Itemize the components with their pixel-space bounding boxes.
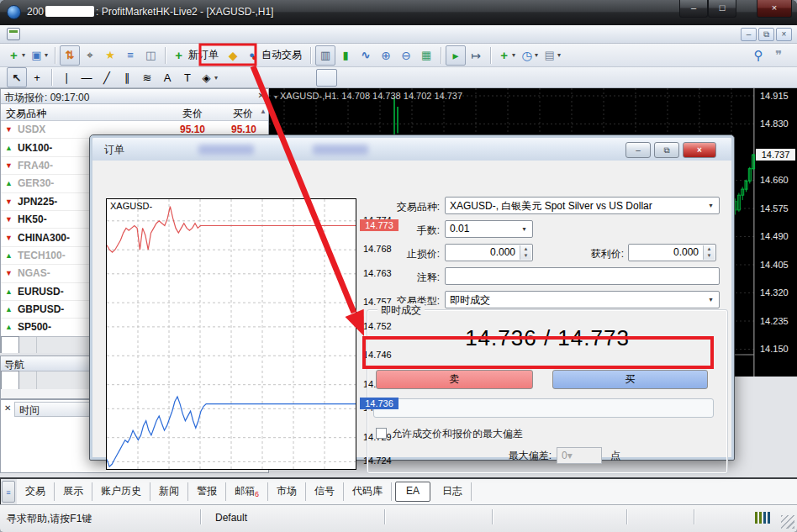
panel-tab[interactable] [19,371,37,389]
terminal-tab[interactable]: 警报 [188,482,226,500]
profiles-button[interactable]: ▣▾ [28,45,50,66]
column-bid[interactable]: 卖价 [182,107,203,121]
new-order-button[interactable]: +新订单 [170,45,223,66]
resize-grip[interactable] [781,515,794,529]
toolbar-separator [310,47,311,64]
candle-chart-button[interactable]: ▮ [335,45,356,66]
market-watch-button[interactable]: ≡ [120,45,140,66]
timeframe-button[interactable] [232,69,253,87]
stoploss-input[interactable]: 0.000▲▼ [445,244,533,261]
minimize-button[interactable]: – [679,0,708,18]
zoom-in-button[interactable]: ⊕ [376,45,396,66]
terminal-tab[interactable]: 代码库 [344,482,392,500]
mdi-minimize-button[interactable]: – [741,28,757,41]
mdi-restore-button[interactable]: ⧉ [758,28,774,41]
max-deviation-select[interactable]: 0▾ [557,447,602,464]
mdi-close-button[interactable]: × [776,28,792,41]
panel-close-icon[interactable]: ✕ [4,403,11,413]
deviation-checkbox[interactable] [376,428,387,439]
trendline-button[interactable]: ╱ [97,67,117,87]
tick-chart-symbol: XAGUSD- [110,201,152,211]
docked-panel-icon[interactable]: ≡ [2,481,15,503]
terminal-tab[interactable]: 账户历史 [92,482,150,500]
crosshair-button[interactable]: ⌖ [80,45,100,66]
auto-scroll-button[interactable]: ▸ [446,45,466,66]
market-watch-close-icon[interactable]: ✕ [258,91,265,101]
dialog-restore-button[interactable]: ⧉ [654,142,679,158]
zoom-out-button[interactable]: ⊖ [396,45,416,66]
auto-trading-button[interactable]: ●自动交易 [243,45,306,66]
panel-tab[interactable] [1,371,19,389]
menu-item[interactable] [109,32,126,37]
expert-advisors-button[interactable]: ◆ [223,45,243,66]
dialog-close-button[interactable]: × [683,142,716,158]
close-button[interactable]: × [757,0,792,18]
timeframe-button[interactable] [400,69,421,87]
crosshair-tool-button[interactable]: + [27,67,47,87]
line-chart-button[interactable]: ∿ [356,45,376,66]
volume-select[interactable]: 0.01▾ [445,220,533,238]
order-dialog: 订单 – ⧉ × XAGUSD- 14.77414.76814.76314.75… [89,134,735,461]
comment-input[interactable] [445,267,720,285]
terminal-tab[interactable]: 新闻 [150,482,188,500]
new-chart-button[interactable]: +▾ [5,45,28,66]
timeframe-button[interactable] [274,69,295,87]
scroll-up-icon[interactable]: ▲ [260,108,267,115]
search-button[interactable]: ⚲ [748,45,768,66]
terminal-tab[interactable]: 市场 [268,482,306,500]
chat-button[interactable]: ❞ [768,45,789,66]
cursor-button[interactable]: ↖ [7,67,27,87]
sell-button[interactable]: 卖 [376,370,533,389]
order-type-select[interactable]: 即时成交▾ [445,291,720,308]
shapes-button[interactable]: ◈▾ [198,67,220,87]
fibonacci-button[interactable]: ≋ [137,67,157,87]
buy-button[interactable]: 买 [552,370,708,389]
column-symbol[interactable]: 交易品种 [6,107,46,121]
periods-button[interactable]: ◷▾ [518,45,541,66]
menu-item[interactable] [59,32,76,37]
menu-item[interactable] [42,32,59,37]
panel-tab[interactable] [1,336,19,353]
text-label-button[interactable]: T [177,67,198,87]
terminal-tab[interactable]: 邮箱6 [226,482,268,500]
timeframe-buttons [232,69,421,87]
panel-tab[interactable] [19,337,37,353]
order-dialog-titlebar[interactable]: 订单 – ⧉ × [92,138,731,161]
menu-item[interactable] [126,32,143,37]
terminal-tab[interactable]: 展示 [55,482,92,500]
tile-windows-button[interactable]: ▦ [416,45,436,66]
takeprofit-input[interactable]: 0.000▲▼ [628,244,716,261]
timeframe-button[interactable] [358,69,379,87]
column-ask[interactable]: 买价 [233,107,253,121]
redacted-value [198,145,254,155]
vline-button[interactable]: ∣ [56,67,77,87]
favorites-button[interactable]: ★ [100,45,120,66]
menu-item[interactable] [25,32,42,37]
dialog-minimize-button[interactable]: – [625,142,651,158]
terminal-tab[interactable]: 信号 [306,482,344,500]
channel-button[interactable]: ∥ [117,67,137,87]
terminal-tab[interactable]: EA [395,482,430,502]
spinner-icons[interactable]: ▲▼ [703,245,715,260]
menu-item[interactable] [76,32,92,37]
chart-shift-button[interactable]: ↦ [466,45,486,66]
tick-chart-button[interactable]: ⇅ [60,45,80,66]
templates-button[interactable]: ▤▾ [541,45,563,66]
text-button[interactable]: A [157,67,177,87]
indicators-button[interactable]: +▾ [495,45,518,66]
timeframe-button[interactable] [295,69,316,87]
time-column-header[interactable]: 时间 [14,402,90,417]
timeframe-button[interactable] [337,69,358,87]
hline-button[interactable]: ― [77,67,97,87]
timeframe-button[interactable] [253,69,274,87]
symbol-select[interactable]: XAGUSD-, 白银美元 Spot Silver vs US Dollar▾ [445,197,720,214]
terminal-tab[interactable]: 交易 [17,482,55,500]
profile-name[interactable]: Default [215,512,247,524]
menu-item[interactable] [92,32,109,37]
data-window-button[interactable]: ◫ [140,45,161,66]
terminal-tab[interactable]: 日志 [434,482,472,500]
bar-chart-button[interactable]: ▥ [315,45,335,66]
maximize-button[interactable]: □ [708,0,736,18]
timeframe-button[interactable] [379,69,400,87]
timeframe-button[interactable] [316,69,337,87]
